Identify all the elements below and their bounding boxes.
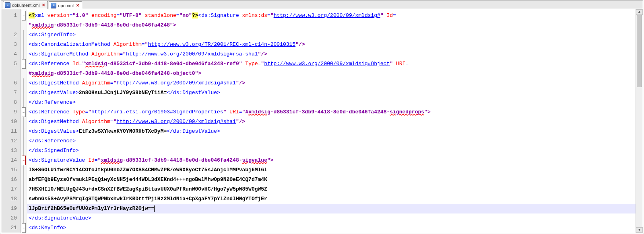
code-line: <?xml version="1.0" encoding="UTF-8" sta… [27,11,636,21]
fold-toggle-icon[interactable]: − [22,107,26,117]
file-icon: ≡ [5,2,10,8]
editor-pane: 1234567891011121314151617181920212223 −−… [1,9,643,233]
code-line: <ds:CanonicalizationMethod Algorithm="ht… [27,40,636,49]
vertical-scrollbar[interactable]: ▲ ▼ [636,9,643,233]
code-line: <ds:SignedInfo> [27,30,636,40]
tab-label: upo.xml [58,3,74,8]
scroll-down-icon[interactable]: ▼ [636,227,643,233]
code-line: <ds:Reference Id="xmldsig-d85331cf-3db9-… [27,59,636,69]
tab-bar: ≡ dokument.xml ✕ ≡ upo.xml ✕ [1,0,643,9]
tab-dokument[interactable]: ≡ dokument.xml ✕ [3,1,48,9]
code-line: </ds:SignedInfo> [27,146,636,156]
code-line: <ds:SignatureMethod Algorithm="http://ww… [27,49,636,59]
code-line: </ds:Reference> [27,98,636,107]
code-line: <ds:Reference Type="http://uri.etsi.org/… [27,107,636,117]
tab-label: dokument.xml [12,3,39,8]
code-line: "xmldsig-d85331cf-3db9-4418-8e0d-dbe046f… [27,21,636,30]
code-line: swbnGs5S+AvyPSMrqIgSTQWPNbxhwkIrKBDttfPj… [27,194,636,204]
code-line: lJpBrif2hB65eOufUU0zPmlylYr3rHayzR2Ojw== [27,204,636,213]
fold-toggle-icon[interactable]: − [22,59,26,69]
scrollbar-thumb[interactable] [637,15,642,87]
code-line: 7HSXHIl0/MELUgQJ43u+dxCSnXZfBWE2agKpiBtt… [27,185,636,194]
code-line: <ds:DigestValue>EtFz3wSXYkwxKY0YN0RHbTXc… [27,127,636,136]
code-line: <ds:DigestMethod Algorithm="http://www.w… [27,117,636,127]
code-line: </ds:SignatureValue> [27,213,636,223]
text-caret [154,205,155,212]
fold-toggle-icon[interactable]: − [22,11,26,21]
close-icon[interactable]: ✕ [76,3,79,8]
code-area[interactable]: <?xml version="1.0" encoding="UTF-8" sta… [27,9,636,233]
line-gutter: 1234567891011121314151617181920212223 [1,9,21,233]
code-line: <ds:KeyInfo> [27,223,636,233]
code-line: <ds:DigestMethod Algorithm="http://www.w… [27,78,636,88]
close-icon[interactable]: ✕ [42,3,45,7]
code-line: abfEFQb9EyzsOfvmuklPEqQ1wyXcNH5je444WDL3… [27,175,636,185]
fold-column: −−−−−−− [21,9,27,233]
fold-toggle-icon[interactable]: − [22,223,26,233]
code-line: </ds:Reference> [27,136,636,146]
scroll-up-icon[interactable]: ▲ [636,9,643,15]
tab-upo[interactable]: ≡ upo.xml ✕ [49,1,82,9]
editor-app: ≡ dokument.xml ✕ ≡ upo.xml ✕ 12345678910… [1,0,643,233]
code-line: IS+S6OLUifwrRCY14COfoJtkpU0hbZZm7OXSS4CM… [27,165,636,175]
code-line: <ds:SignatureValue Id="xmldsig-d85331cf-… [27,156,636,165]
fold-toggle-icon[interactable]: − [22,156,26,165]
file-icon: ≡ [51,3,56,8]
code-line: #xmldsig-d85331cf-3db9-4418-8e0d-dbe046f… [27,69,636,78]
code-line: <ds:DigestValue>2n8OHsuLJCnjLJY9yS8bNEyT… [27,88,636,98]
